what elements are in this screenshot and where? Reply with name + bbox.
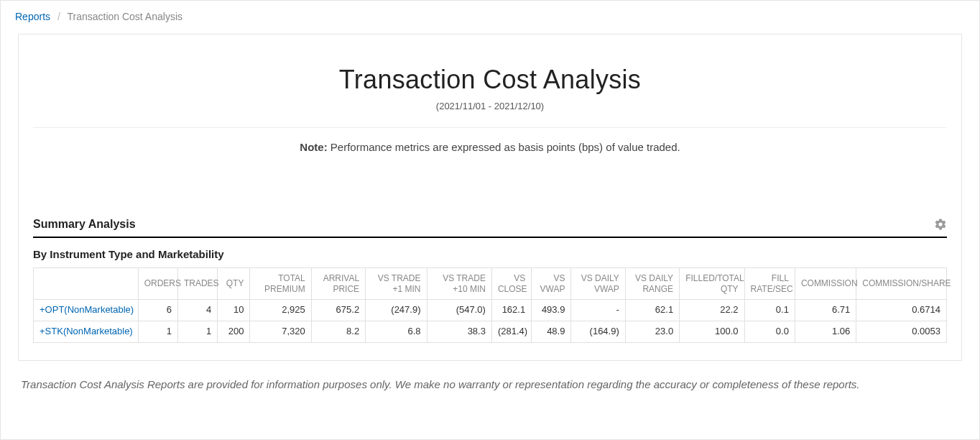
- note-text: Note: Performance metrics are expressed …: [33, 141, 947, 153]
- table-cell: 0.6714: [856, 300, 947, 321]
- table-row: +STK(NonMarketable)112007,3208.26.838.3(…: [34, 321, 947, 343]
- col-header: VS TRADE +1 MIN: [366, 268, 427, 300]
- note-label: Note:: [300, 141, 327, 153]
- table-cell: 8.2: [311, 321, 365, 343]
- table-cell: 48.9: [532, 321, 571, 343]
- col-header: VS DAILY VWAP: [571, 268, 625, 300]
- table-cell: 62.1: [625, 300, 679, 321]
- disclaimer-text: Transaction Cost Analysis Reports are pr…: [21, 378, 959, 390]
- section-subheading: By Instrument Type and Marketability: [33, 248, 947, 260]
- table-cell: 38.3: [427, 321, 491, 343]
- table-cell: 6.71: [795, 300, 856, 321]
- col-header: VS DAILY RANGE: [625, 268, 679, 300]
- table-cell: 675.2: [311, 300, 365, 321]
- table-cell: 6.8: [366, 321, 427, 343]
- breadcrumb-current: Transaction Cost Analysis: [67, 11, 182, 22]
- col-header: ARRIVAL PRICE: [311, 268, 365, 300]
- table-cell: (164.9): [571, 321, 625, 343]
- table-cell: 1.06: [795, 321, 856, 343]
- col-header: COMMISSION/SHARE: [856, 268, 947, 300]
- table-cell: -: [571, 300, 625, 321]
- col-header: ORDERS: [138, 268, 177, 300]
- table-cell: 10: [218, 300, 250, 321]
- table-cell: 6: [138, 300, 177, 321]
- divider: [33, 127, 947, 128]
- note-body: Performance metrics are expressed as bas…: [330, 141, 680, 153]
- table-cell: 0.0053: [856, 321, 947, 343]
- table-cell: 2,925: [250, 300, 311, 321]
- table-cell: (547.0): [427, 300, 491, 321]
- table-cell: 162.1: [491, 300, 531, 321]
- table-cell: 7,320: [250, 321, 311, 343]
- breadcrumb: Reports / Transaction Cost Analysis: [1, 1, 979, 31]
- table-row: +OPT(NonMarketable)64102,925675.2(247.9)…: [34, 300, 947, 321]
- table-cell: 1: [177, 321, 217, 343]
- col-header: TRADES: [177, 268, 217, 300]
- table-cell: (281.4): [491, 321, 531, 343]
- col-header: COMMISSION: [795, 268, 856, 300]
- table-cell: 200: [218, 321, 250, 343]
- col-header: [34, 268, 139, 300]
- col-header: VS TRADE +10 MIN: [427, 268, 491, 300]
- gear-icon[interactable]: [934, 218, 947, 231]
- col-header: TOTAL PREMIUM: [250, 268, 311, 300]
- col-header: QTY: [218, 268, 250, 300]
- section-heading: Summary Analysis: [33, 218, 136, 231]
- report-panel: Transaction Cost Analysis (2021/11/01 - …: [18, 34, 962, 361]
- expand-row-link[interactable]: +STK(NonMarketable): [40, 326, 133, 336]
- date-range: (2021/11/01 - 2021/12/10): [33, 101, 947, 111]
- table-cell: 100.0: [680, 321, 744, 343]
- table-cell: 0.1: [744, 300, 795, 321]
- expand-row-link[interactable]: +OPT(NonMarketable): [40, 304, 134, 315]
- col-header: FILLED/TOTAL QTY: [680, 268, 744, 300]
- page-title: Transaction Cost Analysis: [33, 65, 947, 95]
- plus-icon: +: [40, 304, 45, 315]
- table-cell: 0.0: [744, 321, 795, 343]
- table-cell: 493.9: [532, 300, 571, 321]
- table-cell: 4: [177, 300, 217, 321]
- table-cell: (247.9): [366, 300, 427, 321]
- plus-icon: +: [40, 326, 45, 336]
- summary-table: ORDERSTRADESQTYTOTAL PREMIUMARRIVAL PRIC…: [33, 267, 947, 343]
- breadcrumb-separator: /: [57, 11, 60, 22]
- breadcrumb-reports-link[interactable]: Reports: [15, 11, 50, 22]
- table-cell: 23.0: [625, 321, 679, 343]
- col-header: VS VWAP: [532, 268, 571, 300]
- col-header: VS CLOSE: [491, 268, 531, 300]
- col-header: FILL RATE/SEC: [744, 268, 795, 300]
- table-cell: 1: [138, 321, 177, 343]
- table-cell: 22.2: [680, 300, 744, 321]
